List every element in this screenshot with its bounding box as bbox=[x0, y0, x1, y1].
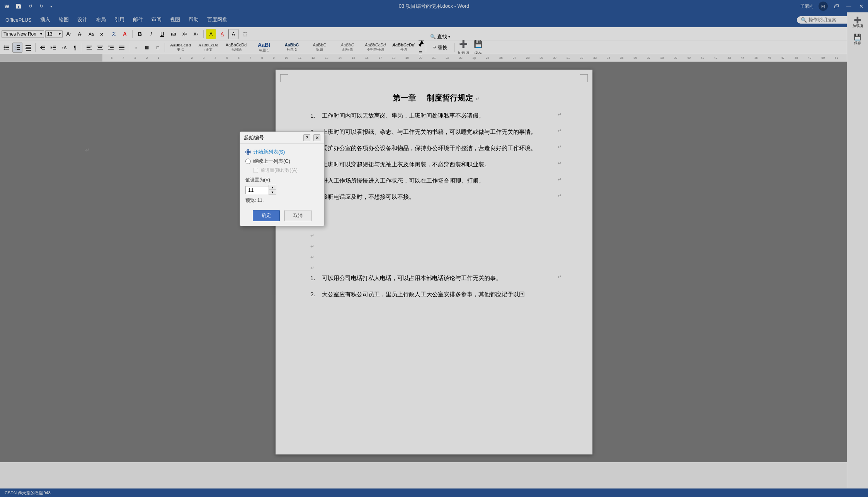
radio-new-list-label: 开始新列表(S) bbox=[253, 149, 285, 155]
align-center-button[interactable] bbox=[95, 43, 105, 53]
svg-rect-15 bbox=[26, 48, 31, 49]
close-button[interactable]: ✕ bbox=[857, 2, 865, 10]
change-case-button[interactable]: Aa bbox=[86, 29, 96, 39]
style-subtitle[interactable]: AaBbC 副标题 bbox=[334, 41, 361, 54]
word-icon: W bbox=[3, 2, 11, 10]
svg-rect-2 bbox=[5, 46, 9, 46]
char-border-button[interactable]: A bbox=[228, 29, 238, 39]
multilevel-list-button[interactable] bbox=[23, 43, 33, 53]
align-left-button[interactable] bbox=[84, 43, 94, 53]
decrease-indent-button[interactable] bbox=[37, 43, 48, 53]
increase-font-button[interactable]: A+ bbox=[64, 29, 74, 39]
menu-officeplus[interactable]: OfficePLUS bbox=[2, 15, 36, 24]
radio-continue-list-input[interactable] bbox=[245, 159, 251, 164]
justify-button[interactable] bbox=[117, 43, 127, 53]
style-zhengwen[interactable]: AaBbCcDd ↑正文 bbox=[195, 41, 222, 54]
user-avatar[interactable]: 向 bbox=[819, 2, 828, 11]
find-button[interactable]: 🔍 查找 ▾ bbox=[428, 32, 452, 42]
wubi-button[interactable]: 文 bbox=[109, 29, 119, 39]
empty-para-2: ↵ bbox=[310, 219, 562, 230]
svg-rect-31 bbox=[108, 46, 114, 46]
menu-layout[interactable]: 布局 bbox=[92, 15, 110, 25]
shading-button[interactable]: ▦ bbox=[142, 43, 152, 53]
svg-text:✕: ✕ bbox=[100, 32, 104, 37]
sidebar-addcol-button[interactable]: ➕ 加载项 bbox=[848, 15, 867, 30]
numbered-list-button[interactable]: 1.2.3. bbox=[12, 43, 22, 53]
menu-baidu[interactable]: 百度网盘 bbox=[203, 15, 231, 25]
decrease-font-button[interactable]: A- bbox=[75, 29, 85, 39]
save-col-button[interactable]: 💾 bbox=[471, 39, 485, 49]
spinner-up-button[interactable]: ▲ bbox=[269, 185, 276, 190]
svg-rect-33 bbox=[108, 49, 114, 50]
char-shading-button[interactable]: ⬚ bbox=[240, 29, 250, 39]
replace-button[interactable]: ⇄ 替换 bbox=[428, 43, 452, 53]
title-bar-right: 子豪向 向 🗗 — ✕ bbox=[800, 2, 865, 11]
style-yaodian[interactable]: AaBbCcDd 要点 bbox=[167, 41, 194, 54]
minimize-button[interactable]: — bbox=[845, 2, 853, 10]
title-bar-left: W ↺ ↻ ▾ bbox=[3, 2, 54, 11]
style-wujian[interactable]: AaBbCcDd 无间隔 bbox=[223, 41, 250, 54]
font-color-button[interactable]: A bbox=[217, 29, 227, 39]
font-size-selector[interactable]: 13 ▾ bbox=[45, 30, 63, 38]
italic-button[interactable]: I bbox=[146, 29, 156, 39]
style-subtle-emphasis[interactable]: AaBbCcDd 不明显强调 bbox=[362, 41, 389, 54]
confirm-button[interactable]: 确定 bbox=[253, 210, 280, 221]
menu-design[interactable]: 设计 bbox=[73, 15, 91, 25]
bullet-list-button[interactable] bbox=[2, 43, 12, 53]
styles-scroll-up[interactable]: ▲ bbox=[419, 38, 424, 41]
advance-checkbox[interactable] bbox=[253, 168, 258, 173]
strikethrough-button[interactable]: ab bbox=[168, 29, 179, 39]
bold-button[interactable]: B bbox=[135, 29, 145, 39]
increase-indent-button[interactable] bbox=[48, 43, 58, 53]
menu-help[interactable]: 帮助 bbox=[185, 15, 203, 25]
radio-new-list[interactable]: 开始新列表(S) bbox=[245, 149, 319, 155]
style-title1[interactable]: AaBI 标题 1 bbox=[250, 40, 277, 55]
svg-point-1 bbox=[4, 45, 5, 46]
value-input[interactable] bbox=[245, 186, 269, 194]
cancel-button[interactable]: 取消 bbox=[284, 210, 311, 221]
highlighted-font-button[interactable]: A bbox=[120, 29, 130, 39]
style-emphasis[interactable]: AaBbCcDd 强调 bbox=[390, 41, 417, 54]
radio-continue-list[interactable]: 继续上一列表(C) bbox=[245, 158, 319, 165]
align-right-button[interactable] bbox=[106, 43, 116, 53]
style-title2[interactable]: AaBbC 标题 2 bbox=[278, 41, 305, 54]
menu-references[interactable]: 引用 bbox=[111, 15, 128, 25]
empty-para-3: ↵ bbox=[310, 230, 562, 241]
svg-rect-4 bbox=[5, 47, 9, 48]
chapter-heading: 第一章 制度暂行规定 ↵ bbox=[310, 93, 562, 103]
sort-button[interactable]: ↕A bbox=[59, 43, 69, 53]
start-numbering-dialog: 起始编号 ? ✕ 开始新列表(S) 继续上一列表(C) 前进量(跳过数)(A) … bbox=[240, 132, 325, 226]
customize-button[interactable]: ▾ bbox=[48, 3, 54, 10]
styles-scroll-down[interactable]: ▾ bbox=[419, 41, 424, 49]
save-button[interactable] bbox=[13, 2, 24, 11]
add-item-button[interactable]: ➕ bbox=[456, 39, 470, 49]
undo-button[interactable]: ↺ bbox=[26, 2, 35, 10]
redo-button[interactable]: ↻ bbox=[37, 2, 46, 10]
spinner-down-button[interactable]: ▼ bbox=[269, 190, 276, 195]
menu-draw[interactable]: 绘图 bbox=[55, 15, 73, 25]
style-title[interactable]: AaBbC 标题 bbox=[306, 41, 333, 54]
empty-para-4: ↵ bbox=[310, 241, 562, 252]
list-item: 1. 工作时间内可以无故离岗、串岗，上班时间处理私事不必请假。 ↵ bbox=[310, 111, 562, 120]
underline-button[interactable]: U bbox=[157, 29, 167, 39]
radio-new-list-input[interactable] bbox=[245, 149, 251, 155]
menu-mail[interactable]: 邮件 bbox=[129, 15, 147, 25]
restore-button[interactable]: 🗗 bbox=[832, 2, 840, 10]
font-name-selector[interactable]: Times New Ron ▾ bbox=[2, 30, 44, 38]
dialog-close-button[interactable]: ✕ bbox=[313, 134, 320, 141]
menu-insert[interactable]: 插入 bbox=[36, 15, 54, 25]
show-marks-button[interactable]: ¶ bbox=[70, 43, 80, 53]
menu-review[interactable]: 审阅 bbox=[148, 15, 165, 25]
borders-button[interactable]: □ bbox=[153, 43, 163, 53]
highlight-button[interactable]: A bbox=[206, 29, 216, 39]
list-item-s2: 1. 可以用公司电话打私人电话，可以占用本部电话谈论与工作无关的事。 ↵ bbox=[310, 273, 562, 283]
menu-view[interactable]: 视图 bbox=[166, 15, 184, 25]
clear-format-button[interactable]: ✕ bbox=[97, 29, 107, 39]
list-item-s2b: 2. 大公室应有秩公司员工，里员上行政人工大公室安排多参事，其他都应记予以回 bbox=[310, 290, 562, 299]
subscript-button[interactable]: X2 bbox=[180, 29, 190, 39]
line-spacing-button[interactable]: ↕ bbox=[131, 43, 141, 53]
superscript-button[interactable]: X2 bbox=[191, 29, 201, 39]
sidebar-save-button[interactable]: 💾 保存 bbox=[848, 32, 867, 47]
advance-checkbox-row[interactable]: 前进量(跳过数)(A) bbox=[253, 167, 319, 174]
dialog-help-button[interactable]: ? bbox=[303, 134, 310, 141]
